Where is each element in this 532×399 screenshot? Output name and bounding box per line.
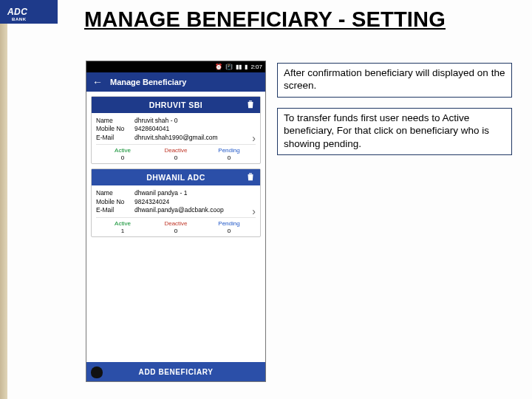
app-bar: ← Manage Beneficiary (86, 72, 265, 92)
field-value-name: dhruvit shah - 0 (134, 117, 256, 125)
chevron-right-icon[interactable]: › (252, 205, 256, 217)
brand-logo: ADC BANK (0, 0, 58, 24)
stat-value-pending: 0 (202, 154, 256, 161)
field-value-mobile: 9428604041 (134, 125, 256, 133)
field-label-name: Name (96, 189, 134, 197)
vibrate-icon: 📳 (225, 64, 233, 70)
avatar-icon (91, 366, 103, 378)
chevron-right-icon[interactable]: › (252, 132, 256, 144)
stat-label-pending: Pending (202, 220, 256, 227)
decorative-left-strip (0, 0, 7, 399)
field-value-name: dhwanil pandya - 1 (134, 189, 256, 197)
instruction-callout-1: After confirmation beneficiary will disp… (277, 63, 512, 98)
stat-label-active: Active (96, 147, 149, 154)
phone-mockup: ⏰ 📳 ▮▮ ▮ 2:07 ← Manage Beneficiary DHRUV… (86, 61, 266, 382)
delete-icon[interactable] (245, 171, 256, 182)
signal-icon: ▮▮ (236, 64, 242, 70)
beneficiary-title: DHWANIL ADC (146, 173, 205, 182)
field-label-email: E-Mail (96, 206, 134, 214)
beneficiary-card[interactable]: DHRUVIT SBI Namedhruvit shah - 0 Mobile … (91, 96, 261, 164)
beneficiary-card[interactable]: DHWANIL ADC Namedhwanil pandya - 1 Mobil… (91, 168, 261, 236)
brand-subtext: BANK (12, 17, 27, 21)
instruction-callout-2: To transfer funds first user needs to Ac… (277, 108, 512, 155)
field-label-mobile: Mobile No (96, 125, 134, 133)
stat-label-deactive: Deactive (149, 147, 202, 154)
stat-label-deactive: Deactive (149, 220, 202, 227)
delete-icon[interactable] (245, 99, 256, 109)
phone-status-bar: ⏰ 📳 ▮▮ ▮ 2:07 (86, 61, 265, 72)
add-beneficiary-label: ADD BENEFICIARY (139, 368, 214, 376)
alarm-icon: ⏰ (215, 64, 222, 70)
add-beneficiary-button[interactable]: ADD BENEFICIARY (86, 362, 265, 381)
stat-value-pending: 0 (202, 228, 256, 234)
stat-value-deactive: 0 (149, 154, 202, 161)
appbar-title: Manage Beneficiary (110, 78, 186, 86)
beneficiary-card-body: Namedhruvit shah - 0 Mobile No9428604041… (92, 113, 260, 163)
back-icon[interactable]: ← (92, 76, 103, 88)
beneficiary-card-header: DHWANIL ADC (92, 169, 260, 185)
beneficiary-stats: Active1 Deactive0 Pending0 (96, 217, 256, 234)
beneficiary-card-body: Namedhwanil pandya - 1 Mobile No98243240… (92, 185, 260, 236)
beneficiary-card-header: DHRUVIT SBI (92, 97, 260, 113)
stat-value-deactive: 0 (149, 228, 202, 234)
status-time: 2:07 (250, 64, 262, 70)
beneficiary-stats: Active0 Deactive0 Pending0 (96, 144, 256, 161)
field-label-name: Name (96, 117, 134, 125)
field-value-email: dhwanil.pandya@adcbank.coop (134, 206, 256, 214)
brand-text: ADC (7, 7, 27, 17)
stat-label-active: Active (96, 220, 149, 227)
battery-icon: ▮ (245, 64, 248, 70)
field-label-mobile: Mobile No (96, 198, 134, 206)
stat-value-active: 0 (96, 154, 149, 161)
beneficiary-title: DHRUVIT SBI (149, 100, 203, 109)
stat-label-pending: Pending (202, 147, 256, 154)
stat-value-active: 1 (96, 228, 149, 234)
field-value-email: dhruvit.shah1990@gmail.com (134, 134, 256, 142)
field-label-email: E-Mail (96, 134, 134, 142)
page-title: MANAGE BENEFICIARY - SETTING (84, 7, 446, 32)
field-value-mobile: 9824324024 (134, 198, 256, 206)
